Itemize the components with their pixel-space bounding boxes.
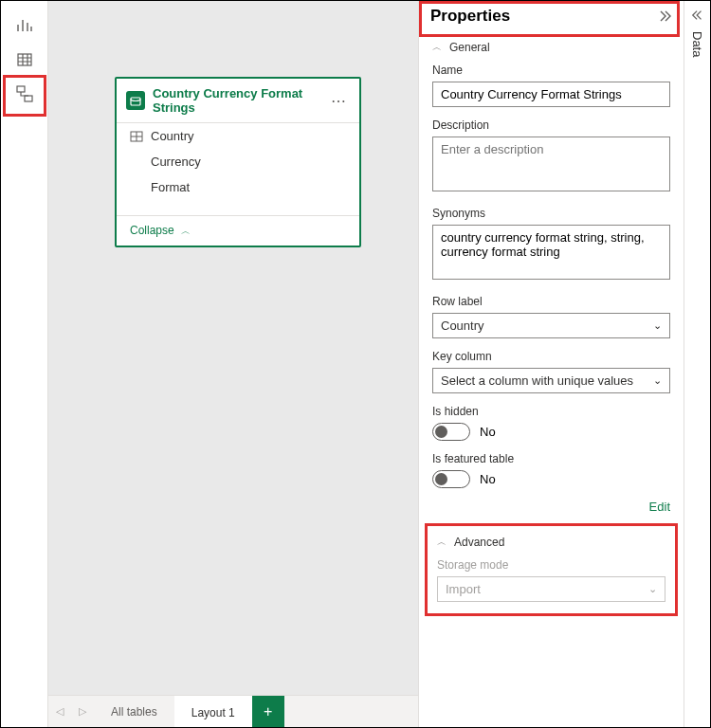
collapse-data-button[interactable] — [691, 9, 704, 22]
field-label: Country — [151, 129, 194, 143]
advanced-highlight: ︿ Advanced Storage mode Import ⌄ — [425, 523, 678, 616]
is-featured-field-group: Is featured table No — [419, 450, 684, 498]
chevron-up-icon: ︿ — [437, 536, 447, 549]
is-featured-label: Is featured table — [432, 452, 670, 465]
collapse-button[interactable]: Collapse ︿ — [117, 215, 359, 246]
synonyms-label: Synonyms — [432, 207, 670, 220]
name-label: Name — [432, 64, 670, 77]
layout-tabs-bar: ◁ ▷ All tables Layout 1 + — [48, 695, 418, 727]
name-field-group: Name — [419, 62, 684, 117]
chevrons-left-icon — [691, 9, 704, 22]
right-rail: Data — [684, 1, 710, 727]
synonyms-field-group: Synonyms — [419, 205, 684, 293]
table-card-title: Country Currency Format Strings — [153, 86, 327, 115]
synonyms-input[interactable] — [432, 225, 670, 280]
chevron-down-icon: ⌄ — [653, 319, 662, 332]
table-field-row[interactable]: Currency — [117, 149, 359, 174]
field-label: Currency — [151, 155, 201, 169]
add-layout-button[interactable]: + — [252, 696, 284, 727]
section-general[interactable]: ︿ General — [419, 31, 684, 62]
svg-rect-0 — [18, 54, 31, 65]
properties-title: Properties — [430, 7, 510, 26]
row-label-label: Row label — [432, 295, 670, 308]
is-hidden-toggle[interactable] — [432, 423, 470, 441]
data-view-button[interactable] — [8, 43, 42, 77]
data-pane-label[interactable]: Data — [690, 31, 704, 57]
is-featured-toggle[interactable] — [432, 470, 470, 488]
table-more-button[interactable]: ⋯ — [327, 92, 350, 110]
table-field-row[interactable]: Format — [117, 174, 359, 200]
report-view-button[interactable] — [8, 9, 42, 43]
edit-link[interactable]: Edit — [419, 498, 684, 523]
chevron-up-icon: ︿ — [181, 226, 191, 236]
chevron-down-icon: ⌄ — [653, 374, 662, 387]
is-hidden-field-group: Is hidden No — [419, 403, 684, 450]
tabs-next-button[interactable]: ▷ — [71, 696, 94, 727]
description-field-group: Description — [419, 117, 684, 205]
properties-panel: Properties ︿ General Name Description Sy… — [418, 1, 684, 727]
table-card-header[interactable]: Country Currency Format Strings ⋯ — [117, 79, 359, 123]
storage-mode-dropdown: Import ⌄ — [437, 576, 665, 602]
row-label-field-group: Row label Country ⌄ — [419, 293, 684, 348]
is-hidden-value: No — [480, 425, 496, 439]
table-card[interactable]: Country Currency Format Strings ⋯ Countr… — [115, 77, 361, 247]
key-column-field-group: Key column Select a column with unique v… — [419, 348, 684, 403]
left-nav-rail — [1, 1, 48, 727]
tab-layout-1[interactable]: Layout 1 — [174, 696, 252, 727]
chevrons-right-icon — [657, 9, 672, 24]
model-view-highlight — [3, 75, 46, 117]
table-icon — [16, 51, 33, 68]
key-column-label: Key column — [432, 350, 670, 363]
tab-all-tables[interactable]: All tables — [94, 696, 174, 727]
field-label: Format — [151, 180, 190, 194]
name-input[interactable] — [432, 82, 670, 107]
table-type-icon — [126, 91, 145, 110]
is-hidden-label: Is hidden — [432, 405, 670, 418]
storage-mode-label: Storage mode — [437, 558, 665, 572]
is-featured-value: No — [480, 472, 496, 486]
storage-mode-field-group: Storage mode Import ⌄ — [428, 556, 675, 613]
chevron-up-icon: ︿ — [432, 41, 442, 54]
expand-panel-button[interactable] — [657, 9, 672, 24]
section-advanced[interactable]: ︿ Advanced — [428, 526, 675, 556]
chevron-down-icon: ⌄ — [648, 583, 657, 595]
description-input[interactable] — [432, 136, 670, 191]
key-column-dropdown[interactable]: Select a column with unique values ⌄ — [432, 368, 670, 393]
tabs-prev-button[interactable]: ◁ — [48, 696, 71, 727]
bar-chart-icon — [16, 17, 33, 34]
row-label-dropdown[interactable]: Country ⌄ — [432, 313, 670, 338]
properties-header: Properties — [419, 1, 684, 31]
table-field-row[interactable]: Country — [117, 123, 359, 149]
description-label: Description — [432, 118, 670, 132]
key-field-icon — [130, 131, 145, 142]
model-canvas[interactable]: Country Currency Format Strings ⋯ Countr… — [48, 1, 418, 727]
